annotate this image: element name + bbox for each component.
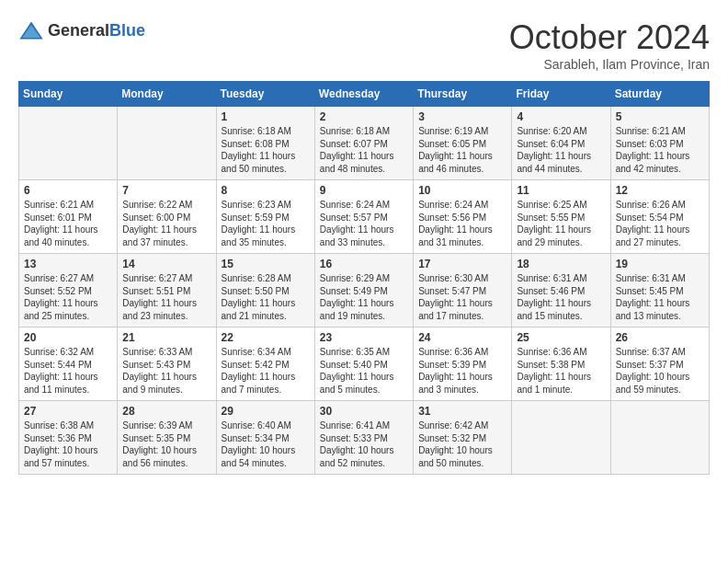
day-number: 26 (616, 331, 704, 344)
table-cell: 27Sunrise: 6:38 AMSunset: 5:36 PMDayligh… (19, 401, 118, 475)
header-tuesday: Tuesday (216, 82, 314, 107)
logo-general: GeneralBlue (48, 22, 145, 40)
table-cell: 25Sunrise: 6:36 AMSunset: 5:38 PMDayligh… (512, 327, 610, 401)
table-cell: 20Sunrise: 6:32 AMSunset: 5:44 PMDayligh… (19, 327, 118, 401)
day-number: 12 (616, 184, 704, 197)
day-number: 4 (517, 110, 605, 123)
header-sunday: Sunday (19, 82, 118, 107)
day-info: Sunrise: 6:21 AMSunset: 6:03 PMDaylight:… (616, 125, 704, 175)
table-cell: 7Sunrise: 6:22 AMSunset: 6:00 PMDaylight… (118, 180, 216, 254)
day-number: 10 (418, 184, 506, 197)
day-number: 28 (122, 405, 210, 418)
table-cell: 8Sunrise: 6:23 AMSunset: 5:59 PMDaylight… (216, 180, 314, 254)
table-cell: 10Sunrise: 6:24 AMSunset: 5:56 PMDayligh… (414, 180, 512, 254)
day-info: Sunrise: 6:39 AMSunset: 5:35 PMDaylight:… (122, 419, 210, 469)
table-cell: 23Sunrise: 6:35 AMSunset: 5:40 PMDayligh… (314, 327, 413, 401)
table-cell: 13Sunrise: 6:27 AMSunset: 5:52 PMDayligh… (19, 254, 118, 327)
day-number: 3 (418, 110, 506, 123)
table-cell: 1Sunrise: 6:18 AMSunset: 6:08 PMDaylight… (216, 107, 314, 180)
week-row-1: 1Sunrise: 6:18 AMSunset: 6:08 PMDaylight… (19, 107, 710, 180)
day-info: Sunrise: 6:22 AMSunset: 6:00 PMDaylight:… (122, 199, 210, 248)
day-number: 6 (24, 184, 112, 197)
day-info: Sunrise: 6:41 AMSunset: 5:33 PMDaylight:… (320, 419, 408, 469)
logo-text: GeneralBlue (48, 22, 145, 40)
header-wednesday: Wednesday (314, 82, 413, 107)
day-info: Sunrise: 6:38 AMSunset: 5:36 PMDaylight:… (24, 419, 112, 469)
day-info: Sunrise: 6:36 AMSunset: 5:39 PMDaylight:… (418, 346, 506, 396)
day-info: Sunrise: 6:24 AMSunset: 5:56 PMDaylight:… (418, 199, 506, 248)
table-cell (610, 401, 709, 475)
day-info: Sunrise: 6:35 AMSunset: 5:40 PMDaylight:… (320, 346, 408, 396)
location-subtitle: Sarableh, Ilam Province, Iran (509, 57, 710, 72)
table-cell: 24Sunrise: 6:36 AMSunset: 5:39 PMDayligh… (414, 327, 512, 401)
day-info: Sunrise: 6:40 AMSunset: 5:34 PMDaylight:… (222, 419, 310, 469)
table-cell: 12Sunrise: 6:26 AMSunset: 5:54 PMDayligh… (610, 180, 709, 254)
day-info: Sunrise: 6:36 AMSunset: 5:38 PMDaylight:… (517, 346, 605, 396)
day-number: 15 (222, 258, 310, 270)
table-cell: 5Sunrise: 6:21 AMSunset: 6:03 PMDaylight… (610, 107, 709, 180)
day-info: Sunrise: 6:29 AMSunset: 5:49 PMDaylight:… (320, 272, 408, 322)
day-number: 23 (320, 331, 408, 344)
day-number: 30 (320, 405, 408, 418)
table-cell: 21Sunrise: 6:33 AMSunset: 5:43 PMDayligh… (118, 327, 216, 401)
logo-icon (18, 18, 44, 44)
table-cell: 19Sunrise: 6:31 AMSunset: 5:45 PMDayligh… (610, 254, 709, 327)
day-number: 18 (517, 258, 605, 270)
day-info: Sunrise: 6:19 AMSunset: 6:05 PMDaylight:… (418, 125, 506, 175)
table-cell: 3Sunrise: 6:19 AMSunset: 6:05 PMDaylight… (414, 107, 512, 180)
day-info: Sunrise: 6:33 AMSunset: 5:43 PMDaylight:… (122, 346, 210, 396)
day-info: Sunrise: 6:18 AMSunset: 6:08 PMDaylight:… (222, 125, 310, 175)
table-cell: 18Sunrise: 6:31 AMSunset: 5:46 PMDayligh… (512, 254, 610, 327)
day-number: 25 (517, 331, 605, 344)
day-number: 1 (222, 110, 310, 123)
table-cell (118, 107, 216, 180)
day-number: 14 (122, 258, 210, 270)
day-number: 20 (24, 331, 112, 344)
month-year-title: October 2024 (509, 18, 710, 57)
day-info: Sunrise: 6:26 AMSunset: 5:54 PMDaylight:… (616, 199, 704, 248)
week-row-3: 13Sunrise: 6:27 AMSunset: 5:52 PMDayligh… (19, 254, 710, 327)
logo: GeneralBlue (18, 18, 145, 44)
day-number: 9 (320, 184, 408, 197)
day-number: 2 (320, 110, 408, 123)
table-cell (512, 401, 610, 475)
day-number: 17 (418, 258, 506, 270)
header-thursday: Thursday (414, 82, 512, 107)
day-number: 22 (222, 331, 310, 344)
table-cell: 26Sunrise: 6:37 AMSunset: 5:37 PMDayligh… (610, 327, 709, 401)
table-cell: 11Sunrise: 6:25 AMSunset: 5:55 PMDayligh… (512, 180, 610, 254)
table-cell: 4Sunrise: 6:20 AMSunset: 6:04 PMDaylight… (512, 107, 610, 180)
day-number: 11 (517, 184, 605, 197)
day-number: 7 (122, 184, 210, 197)
calendar-body: 1Sunrise: 6:18 AMSunset: 6:08 PMDaylight… (19, 107, 710, 475)
day-number: 5 (616, 110, 704, 123)
header-friday: Friday (512, 82, 610, 107)
day-info: Sunrise: 6:37 AMSunset: 5:37 PMDaylight:… (616, 346, 704, 396)
day-number: 13 (24, 258, 112, 270)
day-info: Sunrise: 6:24 AMSunset: 5:57 PMDaylight:… (320, 199, 408, 248)
day-number: 31 (418, 405, 506, 418)
day-info: Sunrise: 6:31 AMSunset: 5:45 PMDaylight:… (616, 272, 704, 322)
day-info: Sunrise: 6:27 AMSunset: 5:51 PMDaylight:… (122, 272, 210, 322)
table-cell: 15Sunrise: 6:28 AMSunset: 5:50 PMDayligh… (216, 254, 314, 327)
day-number: 24 (418, 331, 506, 344)
day-number: 27 (24, 405, 112, 418)
title-area: October 2024 Sarableh, Ilam Province, Ir… (509, 18, 710, 72)
table-cell: 28Sunrise: 6:39 AMSunset: 5:35 PMDayligh… (118, 401, 216, 475)
table-cell: 6Sunrise: 6:21 AMSunset: 6:01 PMDaylight… (19, 180, 118, 254)
header-row: SundayMondayTuesdayWednesdayThursdayFrid… (19, 82, 710, 107)
day-number: 16 (320, 258, 408, 270)
day-info: Sunrise: 6:27 AMSunset: 5:52 PMDaylight:… (24, 272, 112, 322)
day-number: 8 (222, 184, 310, 197)
day-info: Sunrise: 6:18 AMSunset: 6:07 PMDaylight:… (320, 125, 408, 175)
table-cell: 30Sunrise: 6:41 AMSunset: 5:33 PMDayligh… (314, 401, 413, 475)
calendar-header: SundayMondayTuesdayWednesdayThursdayFrid… (19, 82, 710, 107)
header-saturday: Saturday (610, 82, 709, 107)
day-info: Sunrise: 6:42 AMSunset: 5:32 PMDaylight:… (418, 419, 506, 469)
day-info: Sunrise: 6:32 AMSunset: 5:44 PMDaylight:… (24, 346, 112, 396)
day-info: Sunrise: 6:25 AMSunset: 5:55 PMDaylight:… (517, 199, 605, 248)
table-cell: 22Sunrise: 6:34 AMSunset: 5:42 PMDayligh… (216, 327, 314, 401)
table-cell: 2Sunrise: 6:18 AMSunset: 6:07 PMDaylight… (314, 107, 413, 180)
week-row-4: 20Sunrise: 6:32 AMSunset: 5:44 PMDayligh… (19, 327, 710, 401)
day-info: Sunrise: 6:23 AMSunset: 5:59 PMDaylight:… (222, 199, 310, 248)
